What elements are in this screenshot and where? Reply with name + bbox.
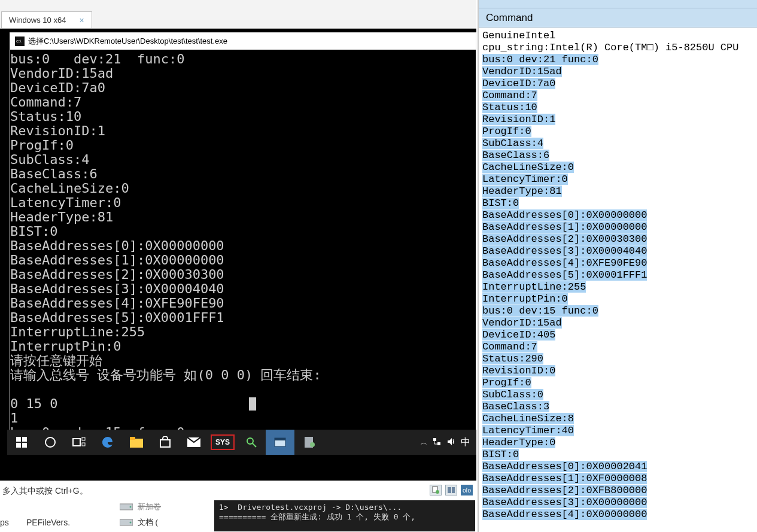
window-app-icon[interactable] bbox=[266, 430, 294, 455]
list-item[interactable]: 新加卷 bbox=[120, 499, 161, 515]
debugger-line[interactable]: BIST:0 bbox=[482, 449, 519, 460]
svg-rect-5 bbox=[22, 443, 27, 448]
volume-icon[interactable] bbox=[446, 437, 456, 448]
debugger-border bbox=[479, 0, 757, 8]
console-input-line[interactable]: 0 15 0 bbox=[10, 397, 57, 411]
drive-label: 新加卷 bbox=[138, 501, 161, 512]
svg-line-15 bbox=[253, 443, 256, 447]
svg-rect-3 bbox=[22, 437, 27, 442]
debugger-line[interactable]: ProgIf:0 bbox=[482, 377, 531, 388]
svg-text:c:\: c:\ bbox=[16, 38, 22, 44]
console-titlebar[interactable]: c:\ 选择C:\Users\WDKRemoteUser\Desktop\tes… bbox=[10, 33, 476, 50]
debugger-line[interactable]: HeaderType:0 bbox=[482, 437, 555, 448]
debugger-line[interactable]: RevisionID:0 bbox=[482, 365, 555, 376]
debugger-line[interactable]: VendorID:15ad bbox=[482, 66, 562, 77]
build-output[interactable]: 1> Driverotest.vcxproj -> D:\users\... =… bbox=[214, 500, 475, 531]
list-item[interactable]: 文档 ( bbox=[120, 515, 161, 530]
cmd-icon: c:\ bbox=[15, 37, 25, 46]
debugger-line[interactable]: BaseAddresses[1]:0XF0000008 bbox=[482, 473, 647, 484]
svg-rect-26 bbox=[448, 487, 451, 493]
server-icon[interactable] bbox=[294, 430, 323, 455]
console-body[interactable]: bus:0 dev:21 func:0 VendorID:15ad Device… bbox=[10, 50, 476, 440]
debugger-line: GenuineIntel bbox=[482, 30, 757, 42]
io-status-icon[interactable]: oIo bbox=[461, 485, 473, 495]
host-search-hint: 多入其中或按 Ctrl+G。 bbox=[2, 486, 88, 497]
drive-list: 新加卷 文档 ( bbox=[120, 499, 161, 530]
debugger-line[interactable]: VendorID:15ad bbox=[482, 317, 562, 329]
sys-app-icon[interactable]: SYS bbox=[208, 430, 237, 455]
system-tray[interactable]: ︿ 中 bbox=[421, 436, 476, 449]
debugger-line[interactable]: Status:290 bbox=[482, 353, 543, 364]
host-strip: 多入其中或按 Ctrl+G。 oIo ps PEFileVers. 新加卷 文档… bbox=[0, 481, 476, 532]
debugger-line[interactable]: DeviceID:405 bbox=[482, 329, 555, 341]
debugger-line[interactable]: LatencyTimer:0 bbox=[482, 174, 568, 185]
svg-rect-7 bbox=[73, 439, 80, 446]
debugger-line[interactable]: Command:7 bbox=[482, 90, 537, 101]
magnifier-icon[interactable] bbox=[237, 430, 266, 455]
svg-rect-8 bbox=[82, 437, 85, 440]
vm-pane: Windows 10 x64 × c:\ 选择C:\Users\WDKRemot… bbox=[0, 0, 476, 532]
debugger-line[interactable]: BaseAddresses[5]:0X0001FFF1 bbox=[482, 269, 647, 281]
store-icon[interactable] bbox=[151, 430, 180, 455]
server-status-icon[interactable] bbox=[445, 485, 457, 495]
close-icon[interactable]: × bbox=[79, 16, 84, 25]
debugger-line[interactable]: BaseAddresses[3]:0X00004040 bbox=[482, 245, 647, 257]
debugger-line[interactable]: SubClass:4 bbox=[482, 138, 543, 149]
debugger-line[interactable]: BaseAddresses[4]:0XFE90FE90 bbox=[482, 257, 647, 269]
debugger-line[interactable]: BaseAddresses[2]:0XFB800000 bbox=[482, 485, 647, 496]
debugger-line[interactable]: CacheLineSize:0 bbox=[482, 162, 574, 173]
debugger-line[interactable]: HeaderType:81 bbox=[482, 186, 562, 197]
network-icon[interactable] bbox=[432, 437, 442, 448]
host-left-button-0[interactable]: ps bbox=[0, 518, 9, 527]
task-view-icon[interactable] bbox=[65, 430, 93, 455]
svg-rect-10 bbox=[130, 439, 143, 448]
svg-point-6 bbox=[45, 437, 55, 447]
debugger-line[interactable]: ProgIf:0 bbox=[482, 126, 531, 137]
debugger-command-pane: Command GenuineIntelcpu_string:Intel(R) … bbox=[478, 0, 757, 532]
file-explorer-icon[interactable] bbox=[122, 430, 151, 455]
debugger-line[interactable]: BaseAddresses[4]:0X00000000 bbox=[482, 509, 647, 520]
debugger-line[interactable]: BaseAddresses[2]:0X00030300 bbox=[482, 233, 647, 245]
debugger-line[interactable]: BaseAddresses[0]:0X00000000 bbox=[482, 209, 647, 221]
console-window[interactable]: c:\ 选择C:\Users\WDKRemoteUser\Desktop\tes… bbox=[10, 32, 476, 439]
vm-taskbar: SYS ︿ 中 bbox=[7, 430, 476, 455]
host-left-button[interactable]: PEFileVers. bbox=[26, 518, 70, 527]
doc-copy-icon[interactable] bbox=[430, 485, 442, 495]
debugger-line[interactable]: BaseClass:6 bbox=[482, 150, 549, 161]
svg-point-14 bbox=[247, 438, 253, 444]
debugger-line[interactable]: BaseAddresses[1]:0X00000000 bbox=[482, 221, 647, 233]
svg-rect-20 bbox=[433, 438, 436, 441]
debugger-titlebar[interactable]: Command bbox=[479, 8, 757, 28]
debugger-line: cpu_string:Intel(R) Core(TM□) i5-8250U C… bbox=[482, 42, 757, 54]
svg-rect-11 bbox=[130, 437, 135, 440]
svg-point-19 bbox=[310, 442, 315, 447]
debugger-line[interactable]: RevisionID:1 bbox=[482, 114, 555, 125]
debugger-line[interactable]: bus:0 dev:15 func:0 bbox=[482, 305, 598, 317]
debugger-line[interactable]: LatencyTimer:40 bbox=[482, 425, 574, 436]
debugger-line[interactable]: BaseAddresses[0]:0X00002041 bbox=[482, 461, 647, 472]
debugger-line[interactable]: InterruptPin:0 bbox=[482, 293, 568, 305]
ime-indicator[interactable]: 中 bbox=[461, 436, 470, 449]
svg-point-29 bbox=[130, 506, 132, 508]
cortana-icon[interactable] bbox=[36, 430, 65, 455]
debugger-line[interactable]: SubClass:0 bbox=[482, 389, 543, 400]
tray-overflow-icon[interactable]: ︿ bbox=[421, 438, 427, 447]
svg-rect-17 bbox=[275, 438, 285, 440]
debugger-line[interactable]: BIST:0 bbox=[482, 197, 519, 209]
debugger-output[interactable]: GenuineIntelcpu_string:Intel(R) Core(TM□… bbox=[479, 28, 757, 521]
debugger-line[interactable]: BaseClass:3 bbox=[482, 401, 549, 412]
debugger-line[interactable]: CacheLineSize:8 bbox=[482, 413, 574, 424]
svg-rect-9 bbox=[82, 443, 85, 446]
debugger-line[interactable]: InterruptLine:255 bbox=[482, 281, 586, 293]
debugger-line[interactable]: Status:10 bbox=[482, 102, 537, 113]
debugger-line[interactable]: BaseAddresses[3]:0X00000000 bbox=[482, 497, 647, 508]
debugger-line[interactable]: bus:0 dev:21 func:0 bbox=[482, 54, 598, 65]
vm-tab[interactable]: Windows 10 x64 × bbox=[1, 11, 92, 28]
svg-rect-4 bbox=[16, 443, 21, 448]
mail-icon[interactable] bbox=[180, 430, 208, 455]
start-button[interactable] bbox=[7, 430, 36, 455]
debugger-line[interactable]: DeviceID:7a0 bbox=[482, 78, 555, 89]
cursor-icon bbox=[249, 397, 256, 411]
edge-icon[interactable] bbox=[93, 430, 122, 455]
debugger-line[interactable]: Command:7 bbox=[482, 341, 537, 352]
